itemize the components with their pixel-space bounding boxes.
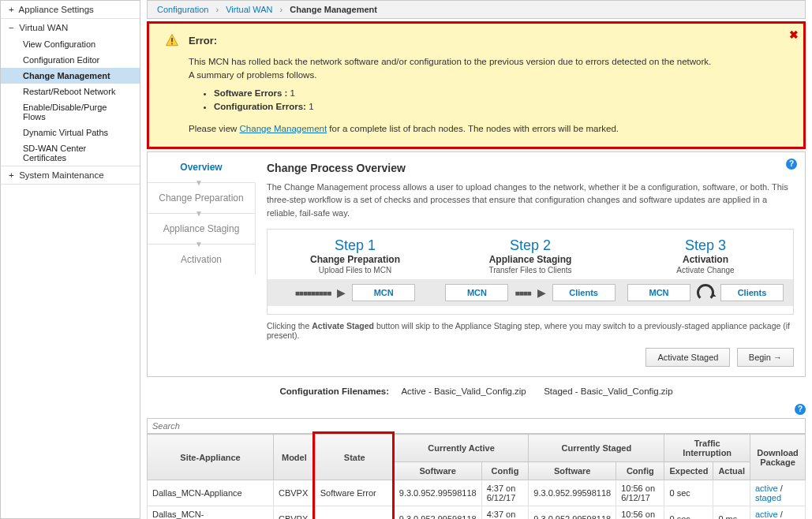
col-state[interactable]: State (315, 435, 394, 480)
col-software[interactable]: Software (529, 462, 616, 480)
col-software[interactable]: Software (394, 462, 481, 480)
main-area: Configuration › Virtual WAN › Change Man… (140, 0, 812, 519)
bullet-label: Software Errors : (214, 88, 287, 98)
arrow-icon: ■■■■ (515, 289, 530, 297)
steps-box: Step 1 Change Preparation Upload Files t… (267, 229, 794, 315)
close-icon[interactable]: ✖ (789, 27, 799, 43)
sidebar-section-header[interactable]: + System Maintenance (1, 166, 140, 184)
col-download[interactable]: Download Package (750, 435, 806, 480)
cell-active-sw: 9.3.0.952.99598118 (394, 480, 481, 506)
col-config[interactable]: Config (616, 462, 664, 480)
search-input[interactable] (147, 418, 806, 434)
cell-expected: 0 sec (664, 480, 713, 506)
cell-actual: 0 ms (713, 506, 750, 519)
col-config[interactable]: Config (481, 462, 529, 480)
tab-activation[interactable]: Activation (148, 245, 256, 274)
sidebar-item[interactable]: Configuration Editor (1, 52, 140, 68)
download-active-link[interactable]: active (755, 484, 778, 493)
col-currently-staged[interactable]: Currently Staged (529, 435, 664, 462)
sidebar-section-header[interactable]: + Appliance Settings (1, 1, 140, 18)
error-alert: ✖ Error: This MCN has rolled back the ne… (147, 21, 806, 149)
panel-description: The Change Management process allows a u… (267, 181, 794, 220)
warning-icon (165, 33, 179, 47)
table-row: Dallas_MCN-Appliance CBVPX Software Erro… (148, 480, 806, 506)
col-expected[interactable]: Expected (664, 462, 713, 480)
alert-heading: Error: (189, 33, 788, 49)
bullet-count: 1 (309, 102, 313, 111)
col-currently-active[interactable]: Currently Active (394, 435, 529, 462)
cell-actual (713, 480, 750, 506)
col-traffic[interactable]: Traffic Interruption (664, 435, 750, 462)
col-site[interactable]: Site-Appliance (148, 435, 274, 480)
cell-active-cfg: 4:37 on 6/12/17 (481, 480, 529, 506)
cell-staged-sw: 9.3.0.952.99598118 (529, 506, 616, 519)
alert-footer: Please view Change Management for a comp… (189, 122, 788, 136)
breadcrumb-current: Change Management (290, 5, 377, 14)
cell-download: active / staged (750, 506, 806, 519)
clients-button[interactable]: Clients (720, 284, 784, 301)
begin-button[interactable]: Begin → (737, 348, 794, 367)
download-active-link[interactable]: active (755, 510, 778, 519)
help-icon[interactable]: ? (786, 159, 797, 170)
download-staged-link[interactable]: staged (755, 493, 781, 502)
cell-model: CBVPX (274, 506, 316, 519)
chevron-right-icon: › (280, 5, 283, 14)
cell-site: Dallas_MCN-Dallas_HA_secondary (148, 506, 274, 519)
tab-appliance-staging[interactable]: Appliance Staging▼ (148, 214, 256, 245)
svg-rect-2 (171, 43, 173, 45)
sidebar-item[interactable]: Restart/Reboot Network (1, 84, 140, 99)
cell-active-cfg: 4:37 on 6/12/17 (481, 506, 529, 519)
sidebar-item[interactable]: SD-WAN Center Certificates (1, 140, 140, 166)
panel-note: Clicking the Activate Staged button will… (267, 321, 794, 340)
step-1: Step 1 Change Preparation Upload Files t… (268, 237, 443, 274)
sidebar-section-header[interactable]: − Virtual WAN (1, 19, 140, 36)
clients-button[interactable]: Clients (552, 284, 616, 301)
mcn-button[interactable]: MCN (352, 284, 415, 301)
bullet-count: 1 (290, 88, 295, 98)
step-3: Step 3 Activation Activate Change (618, 237, 793, 274)
cell-download: active / staged (750, 480, 806, 506)
activate-staged-button[interactable]: Activate Staged (645, 348, 730, 367)
overview-panel: Overview▼ Change Preparation▼ Appliance … (147, 151, 806, 378)
breadcrumb-link[interactable]: Virtual WAN (226, 5, 272, 14)
cell-model: CBVPX (274, 480, 316, 506)
cell-expected: 0 sec (664, 506, 713, 519)
col-model[interactable]: Model (274, 435, 316, 480)
cell-active-sw: 9.3.0.952.99598118 (394, 506, 481, 519)
bullet-label: Configuration Errors: (214, 102, 306, 111)
step-2: Step 2 Appliance Staging Transfer Files … (443, 237, 618, 274)
col-actual[interactable]: Actual (713, 462, 750, 480)
chevron-right-icon: › (216, 5, 219, 14)
cell-staged-cfg: 10:56 on 6/12/17 (616, 506, 664, 519)
tab-overview[interactable]: Overview▼ (148, 152, 256, 183)
table-row: Dallas_MCN-Dallas_HA_secondary CBVPX 9.3… (148, 506, 806, 519)
sidebar-item[interactable]: Dynamic Virtual Paths (1, 125, 140, 140)
config-filenames: Configuration Filenames: Active - Basic_… (147, 386, 806, 396)
sidebar-item[interactable]: View Configuration (1, 36, 140, 52)
change-management-link[interactable]: Change Management (240, 124, 327, 133)
cell-staged-sw: 9.3.0.952.99598118 (529, 480, 616, 506)
alert-bullets: Software Errors : 1 Configuration Errors… (214, 87, 788, 114)
tab-change-preparation[interactable]: Change Preparation▼ (148, 183, 256, 214)
mcn-button[interactable]: MCN (445, 284, 508, 301)
svg-rect-1 (171, 38, 173, 42)
mcn-button[interactable]: MCN (627, 284, 690, 301)
breadcrumb: Configuration › Virtual WAN › Change Man… (147, 0, 806, 19)
sidebar: + Appliance Settings− Virtual WANView Co… (0, 0, 140, 519)
cell-state: Software Error (315, 480, 394, 506)
cycle-icon (697, 284, 714, 301)
alert-body: This MCN has rolled back the network sof… (189, 55, 788, 83)
arrow-icon: ■■■■■■■■■ (295, 289, 331, 297)
cell-state (315, 506, 394, 519)
appliance-table: Site-Appliance Model State Currently Act… (147, 434, 806, 519)
sidebar-item[interactable]: Enable/Disable/Purge Flows (1, 99, 140, 125)
help-icon[interactable]: ? (795, 404, 806, 415)
cell-site: Dallas_MCN-Appliance (148, 480, 274, 506)
panel-tabs: Overview▼ Change Preparation▼ Appliance … (148, 152, 256, 377)
breadcrumb-link[interactable]: Configuration (157, 5, 208, 14)
sidebar-item[interactable]: Change Management (1, 68, 140, 84)
panel-title: Change Process Overview (267, 162, 794, 174)
cell-staged-cfg: 10:56 on 6/12/17 (616, 480, 664, 506)
